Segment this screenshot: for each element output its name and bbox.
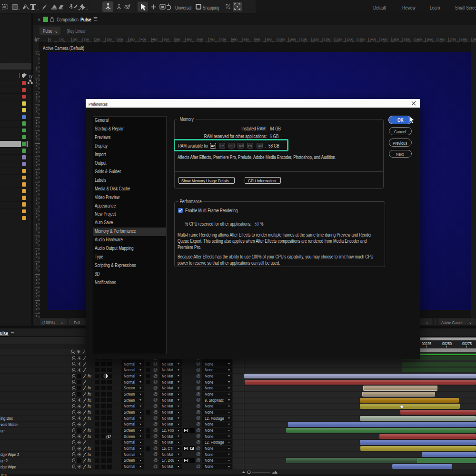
svg-text:1200: 1200: [324, 38, 330, 41]
svg-text:1100: 1100: [301, 38, 307, 41]
svg-text:1800: 1800: [461, 38, 467, 41]
svg-text:150: 150: [84, 38, 89, 41]
svg-text:1450: 1450: [381, 38, 387, 41]
svg-text:300: 300: [118, 38, 123, 41]
svg-text:0: 0: [36, 215, 38, 218]
svg-text:0: 0: [36, 110, 38, 114]
svg-text:950: 950: [267, 38, 272, 41]
svg-text:100: 100: [72, 38, 78, 41]
svg-text:500: 500: [164, 38, 169, 41]
svg-text:1750: 1750: [449, 38, 456, 41]
svg-text:0: 0: [36, 150, 38, 153]
svg-text:350: 350: [129, 38, 135, 41]
svg-text:400: 400: [141, 38, 146, 41]
svg-text:250: 250: [107, 38, 112, 41]
svg-text:1050: 1050: [289, 38, 296, 41]
svg-text:0: 0: [36, 241, 38, 245]
svg-text:1150: 1150: [312, 38, 319, 41]
svg-text:50: 50: [61, 38, 64, 41]
svg-text:0: 0: [36, 124, 38, 127]
svg-text:900: 900: [255, 38, 260, 41]
svg-text:0: 0: [36, 268, 38, 271]
svg-text:0: 0: [36, 189, 38, 192]
svg-text:1250: 1250: [335, 38, 342, 41]
svg-text:0: 0: [36, 98, 38, 101]
svg-text:700: 700: [209, 38, 215, 41]
svg-text:1600: 1600: [415, 38, 422, 41]
svg-text:600: 600: [187, 38, 192, 41]
svg-text:0: 0: [36, 69, 38, 72]
svg-text:0: 0: [36, 137, 38, 140]
svg-text:850: 850: [244, 38, 249, 41]
svg-text:750: 750: [221, 38, 226, 41]
svg-text:1850: 1850: [472, 38, 476, 41]
svg-text:550: 550: [175, 38, 180, 41]
svg-text:200: 200: [95, 38, 100, 41]
svg-text:1400: 1400: [369, 38, 376, 41]
svg-text:1000: 1000: [278, 38, 285, 41]
svg-text:0: 0: [36, 52, 38, 56]
svg-text:450: 450: [152, 38, 158, 41]
svg-text:0: 0: [36, 163, 38, 166]
svg-text:0: 0: [36, 294, 38, 297]
svg-text:0: 0: [36, 281, 38, 284]
svg-text:0: 0: [36, 176, 38, 179]
svg-text:0: 0: [36, 255, 38, 258]
svg-text:1650: 1650: [426, 38, 433, 41]
svg-text:1350: 1350: [358, 38, 365, 41]
svg-text:1700: 1700: [438, 38, 445, 41]
svg-text:650: 650: [198, 38, 203, 41]
svg-text:800: 800: [232, 38, 238, 41]
svg-text:0: 0: [36, 228, 38, 232]
svg-text:1300: 1300: [347, 38, 353, 41]
svg-text:1550: 1550: [404, 38, 410, 41]
svg-text:0: 0: [36, 307, 38, 310]
svg-text:1500: 1500: [392, 38, 399, 41]
svg-text:0: 0: [50, 38, 51, 41]
svg-text:0: 0: [36, 84, 38, 88]
svg-text:0: 0: [36, 202, 38, 206]
